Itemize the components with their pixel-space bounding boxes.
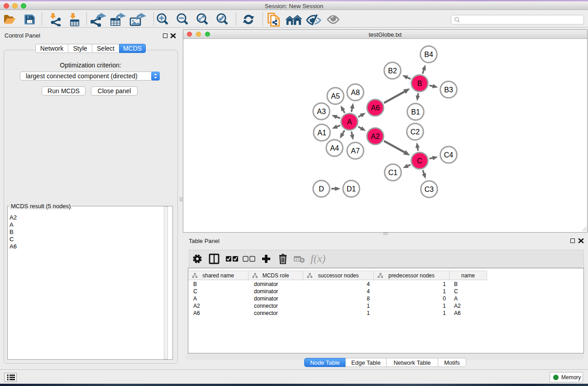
svg-text:A8: A8 [351, 89, 360, 96]
svg-text:D: D [319, 185, 324, 193]
svg-text:A4: A4 [330, 144, 339, 152]
svg-text:B1: B1 [411, 108, 420, 116]
svg-text:C1: C1 [388, 169, 398, 176]
svg-text:A3: A3 [317, 108, 326, 115]
svg-text:B3: B3 [444, 86, 453, 94]
svg-text:B: B [417, 80, 422, 87]
svg-text:A: A [347, 118, 352, 126]
svg-text:C3: C3 [425, 186, 434, 193]
svg-text:C2: C2 [411, 128, 420, 136]
svg-text:A6: A6 [371, 104, 380, 112]
svg-text:C4: C4 [444, 151, 454, 159]
svg-text:C: C [417, 157, 422, 165]
svg-text:A7: A7 [351, 147, 360, 155]
svg-text:A5: A5 [331, 92, 340, 100]
svg-text:B2: B2 [388, 67, 397, 75]
svg-text:A2: A2 [371, 133, 380, 140]
svg-text:B4: B4 [424, 51, 433, 58]
svg-text:A1: A1 [317, 129, 326, 137]
svg-text:D1: D1 [347, 185, 356, 193]
